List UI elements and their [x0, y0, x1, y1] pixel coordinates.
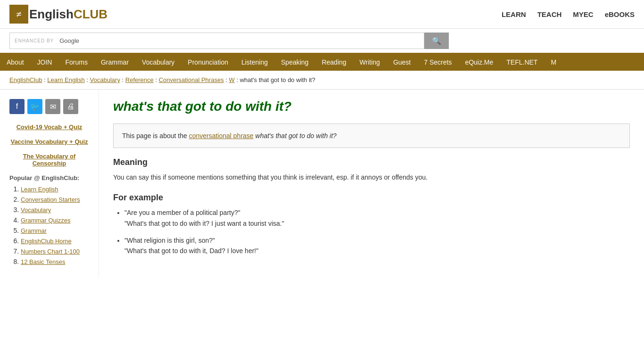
intro-box: This page is about the conversational ph… — [113, 123, 630, 148]
search-input[interactable] — [88, 37, 419, 45]
nav-more: M — [544, 54, 563, 71]
nav-reading[interactable]: Reading — [315, 54, 353, 71]
nav-teflnet[interactable]: TEFL.NET — [500, 54, 544, 71]
nav-listening[interactable]: Listening — [235, 54, 274, 71]
logo-club-text: CLUB — [74, 7, 107, 22]
breadcrumb-reference[interactable]: Reference — [125, 76, 154, 83]
breadcrumb-englishclub[interactable]: EnglishClub — [9, 76, 42, 83]
nav-pronunciation[interactable]: Pronunciation — [181, 54, 235, 71]
popular-link-3[interactable]: Grammar Quizzes — [21, 217, 70, 224]
search-button[interactable]: 🔍 — [424, 33, 449, 49]
navbar: About JOIN Forums Grammar Vocabulary Pro… — [0, 54, 644, 71]
breadcrumb-sep2: : — [86, 76, 90, 83]
nav-learn[interactable]: LEARN — [502, 10, 526, 18]
nav-writing[interactable]: Writing — [353, 54, 387, 71]
content: what's that got to do with it? This page… — [99, 90, 644, 278]
list-item: Grammar Quizzes — [21, 216, 89, 224]
breadcrumb: EnglishClub : Learn English : Vocabulary… — [0, 71, 644, 90]
breadcrumb-w[interactable]: W — [229, 76, 235, 83]
nav-forums[interactable]: Forums — [58, 54, 94, 71]
main: f 🐦 ✉ 🖨 Covid-19 Vocab + Quiz Vaccine Vo… — [0, 90, 644, 278]
nav-teach[interactable]: TEACH — [537, 10, 562, 18]
popular-link-4[interactable]: Grammar — [21, 227, 47, 234]
popular-link-6[interactable]: Numbers Chart 1-100 — [21, 248, 80, 255]
search-bar: ENHANCED BY Google 🔍 — [0, 29, 644, 54]
nav-equizme[interactable]: eQuiz.Me — [458, 54, 500, 71]
popular-title: Popular @ EnglishClub: — [9, 174, 89, 181]
nav-vocabulary[interactable]: Vocabulary — [135, 54, 181, 71]
examples-list: "Are you a member of a political party?"… — [113, 207, 630, 256]
meaning-text: You can say this if someone mentions som… — [113, 172, 630, 183]
email-icon[interactable]: ✉ — [45, 99, 60, 114]
nav-ebooks[interactable]: eBOOKS — [605, 10, 635, 18]
nav-grammar[interactable]: Grammar — [94, 54, 135, 71]
logo-square: ≠ — [9, 5, 28, 24]
sidebar-link-censorship[interactable]: The Vocabulary of Censorship — [9, 153, 89, 167]
list-item: EnglishClub Home — [21, 237, 89, 245]
logo-h-icon: ≠ — [17, 9, 22, 20]
list-item: Learn English — [21, 185, 89, 193]
facebook-icon[interactable]: f — [9, 99, 25, 114]
example-item-0: "Are you a member of a political party?"… — [124, 207, 630, 229]
popular-link-7[interactable]: 12 Basic Tenses — [21, 258, 65, 265]
logo-english-text: English — [29, 7, 74, 22]
popular-link-2[interactable]: Vocabulary — [21, 206, 51, 214]
nav-myec[interactable]: MYEC — [573, 10, 593, 18]
phrase-title: what's that got to do with it? — [113, 99, 630, 114]
intro-phrase-italic: what's that got to do with it? — [256, 132, 337, 140]
list-item: Conversation Starters — [21, 196, 89, 203]
breadcrumb-sep4: : — [155, 76, 158, 83]
example-0-line2: "What's that got to do with it? I just w… — [124, 220, 284, 227]
print-icon[interactable]: 🖨 — [63, 99, 78, 114]
meaning-title: Meaning — [113, 157, 630, 167]
list-item: Grammar — [21, 227, 89, 234]
for-example-title: For example — [113, 193, 630, 203]
breadcrumb-sep3: : — [122, 76, 125, 83]
popular-link-0[interactable]: Learn English — [21, 186, 58, 193]
conversational-phrase-link[interactable]: conversational phrase — [189, 132, 254, 140]
example-0-line1: "Are you a member of a political party?" — [124, 209, 240, 216]
nav-join[interactable]: JOIN — [31, 54, 59, 71]
google-label: Google — [59, 37, 79, 44]
enhanced-by-label: ENHANCED BY — [15, 38, 54, 43]
breadcrumb-conversational-phrases[interactable]: Conversational Phrases — [159, 76, 224, 83]
nav-7secrets[interactable]: 7 Secrets — [417, 54, 458, 71]
nav-guest[interactable]: Guest — [387, 54, 417, 71]
list-item: 12 Basic Tenses — [21, 258, 89, 265]
example-item-1: "What religion is this girl, son?" "What… — [124, 235, 630, 256]
twitter-icon[interactable]: 🐦 — [27, 99, 42, 114]
popular-link-5[interactable]: EnglishClub Home — [21, 238, 72, 245]
list-item: Numbers Chart 1-100 — [21, 247, 89, 255]
breadcrumb-learn-english[interactable]: Learn English — [47, 76, 85, 83]
nav-speaking[interactable]: Speaking — [274, 54, 315, 71]
popular-list: Learn English Conversation Starters Voca… — [9, 185, 89, 265]
sidebar-link-vaccine[interactable]: Vaccine Vocabulary + Quiz — [9, 138, 89, 145]
header-nav: LEARN TEACH MYEC eBOOKS — [502, 10, 635, 18]
header: ≠ EnglishCLUB LEARN TEACH MYEC eBOOKS — [0, 0, 644, 29]
list-item: Vocabulary — [21, 206, 89, 214]
search-input-wrap: ENHANCED BY Google — [9, 33, 424, 49]
sidebar: f 🐦 ✉ 🖨 Covid-19 Vocab + Quiz Vaccine Vo… — [0, 90, 99, 278]
sidebar-link-covid[interactable]: Covid-19 Vocab + Quiz — [9, 123, 89, 131]
social-icons: f 🐦 ✉ 🖨 — [9, 99, 89, 114]
breadcrumb-sep5: : — [225, 76, 229, 83]
example-1-line1: "What religion is this girl, son?" — [124, 237, 215, 244]
breadcrumb-current: what's that got to do with it? — [240, 76, 315, 83]
example-1-line2: "What's that got to do with it, Dad? I l… — [124, 247, 258, 255]
breadcrumb-vocabulary[interactable]: Vocabulary — [90, 76, 120, 83]
intro-text-before: This page is about the — [122, 132, 187, 140]
nav-about[interactable]: About — [0, 54, 31, 71]
popular-link-1[interactable]: Conversation Starters — [21, 196, 80, 203]
breadcrumb-sep6: : — [236, 76, 239, 83]
logo[interactable]: ≠ EnglishCLUB — [9, 5, 107, 24]
